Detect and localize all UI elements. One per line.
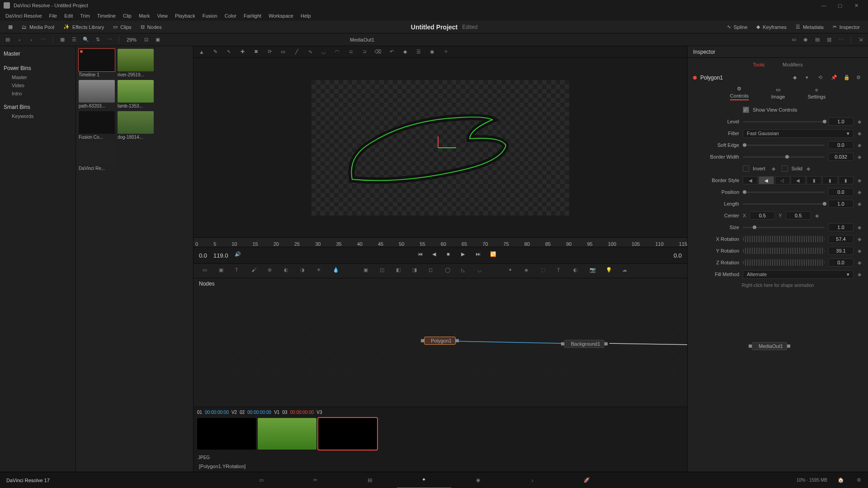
filter-icon[interactable]: ⋯ [105, 36, 113, 44]
xform-node-icon[interactable]: ◫ [380, 267, 388, 275]
cusp-icon[interactable]: ◠ [334, 48, 341, 56]
position-slider[interactable] [743, 192, 825, 193]
current-time[interactable]: 0.0 [199, 252, 207, 259]
pointer-icon[interactable]: ▲ [198, 48, 205, 56]
borderwidth-value[interactable]: 0.032 [828, 153, 854, 161]
size-value[interactable]: 1.0 [828, 223, 854, 231]
text3d-icon[interactable]: T [557, 267, 565, 275]
inspector-node-name[interactable]: Polygon1 [700, 75, 787, 81]
menu-clip[interactable]: Clip [119, 13, 135, 19]
level-slider[interactable] [743, 121, 825, 122]
borderstyle-buttons[interactable]: ◀◀◁◀▮▮▮ [743, 176, 854, 184]
render-node-icon[interactable]: ◈ [524, 267, 533, 275]
track-node-icon[interactable]: ⊕ [268, 267, 276, 275]
clip-lamb[interactable]: lamb-1353... [118, 80, 154, 108]
master-bin[interactable]: Master [4, 49, 72, 59]
xrotation-value[interactable]: 57.4 [828, 235, 854, 243]
mask-shape[interactable] [311, 80, 569, 216]
merge-node-icon[interactable]: ▣ [363, 267, 372, 275]
line-icon[interactable]: ╱ [293, 48, 300, 56]
timeline-clip-1[interactable] [197, 418, 256, 450]
camera-icon[interactable]: 📷 [590, 267, 598, 275]
reset-icon[interactable]: ⟲ [818, 75, 825, 81]
page-color[interactable]: ◉ [451, 472, 505, 488]
level-keyframe[interactable]: ◆ [857, 119, 862, 125]
mask-node-icon[interactable]: ◧ [396, 267, 404, 275]
menu-fusion[interactable]: Fusion [199, 13, 221, 19]
stop-icon[interactable]: ■ [447, 251, 455, 259]
clip-timeline1[interactable]: Timeline 1 [79, 49, 115, 77]
node-polygon1[interactable]: Polygon1 [424, 337, 456, 345]
bg-node-icon[interactable]: ▭ [203, 267, 211, 275]
menu-fairlight[interactable]: Fairlight [240, 13, 265, 19]
menu-help[interactable]: Help [297, 13, 315, 19]
timeline-clip-2[interactable] [258, 418, 316, 450]
cc-node-icon[interactable]: 💧 [333, 267, 341, 275]
page-deliver[interactable]: 🚀 [560, 472, 614, 488]
length-slider[interactable] [743, 203, 825, 205]
home-icon[interactable]: 🏠 [832, 472, 850, 488]
expand-icon[interactable]: ⇲ [856, 36, 864, 44]
node-mediaout1[interactable]: MediaOut1 [752, 342, 787, 350]
time-ruler[interactable]: 0510152025303540455055606570758085909510… [193, 237, 687, 247]
clip-dog[interactable]: dog-18014... [118, 111, 154, 140]
zrotation-value[interactable]: 0.0 [828, 258, 854, 267]
view-mode-icon[interactable]: ▭ [790, 36, 798, 44]
clip-fusion[interactable]: Fusion Co... [79, 111, 115, 140]
page-media[interactable]: ▭ [234, 472, 288, 488]
pen-icon[interactable]: ✎ [212, 48, 219, 56]
size-slider[interactable] [743, 227, 825, 228]
menu-workspace[interactable]: Workspace [265, 13, 297, 19]
yrotation-value[interactable]: 39.1 [828, 247, 854, 255]
back-icon[interactable]: ‹ [15, 36, 24, 44]
node-background1[interactable]: Background1 [564, 340, 604, 348]
softedge-value[interactable]: 0.0 [828, 141, 854, 149]
menu-davinci[interactable]: DaVinci Resolve [2, 13, 46, 19]
borderwidth-keyframe[interactable]: ◆ [857, 154, 862, 160]
last-frame-icon[interactable]: ⏭ [476, 251, 484, 259]
clip-river[interactable]: river-29519... [118, 49, 154, 77]
right-time[interactable]: 0.0 [674, 252, 682, 259]
undo-icon[interactable]: ↶ [388, 48, 395, 56]
page-cut[interactable]: ✂ [288, 472, 343, 488]
fillmethod-dropdown[interactable]: Alternate▾ [743, 270, 854, 279]
effects-button[interactable]: ✨Effects Library [59, 21, 108, 33]
menu-mark[interactable]: Mark [135, 13, 153, 19]
power-bins-header[interactable]: Power Bins [4, 63, 72, 73]
clips-button[interactable]: ▭Clips [108, 21, 136, 33]
bspline-mask-icon[interactable]: ◡ [477, 267, 486, 275]
tab-modifiers[interactable]: Modifiers [783, 62, 803, 67]
light-icon[interactable]: 💡 [606, 267, 614, 275]
key-icon[interactable]: ◆ [401, 48, 409, 56]
insert-icon[interactable]: ✚ [239, 48, 246, 56]
shape3d-icon[interactable]: ◐ [573, 267, 581, 275]
showview-checkbox[interactable]: ✓ [743, 107, 749, 113]
invert-checkbox[interactable] [743, 165, 749, 172]
nodes-graph[interactable]: Polygon1 Background1 MediaOut1 [193, 289, 687, 407]
bright-node-icon[interactable]: ☀ [316, 267, 325, 275]
loop-icon[interactable]: 🔁 [490, 251, 498, 259]
pin-icon[interactable]: 📌 [831, 75, 837, 81]
smart-bins-header[interactable]: Smart Bins [4, 102, 72, 112]
grid-view-icon[interactable]: ▦ [58, 36, 66, 44]
onion-icon[interactable]: ☰ [415, 48, 422, 56]
softedge-slider[interactable] [743, 145, 825, 146]
del-icon[interactable]: ⌫ [374, 48, 382, 56]
minimize-button[interactable]: — [816, 1, 832, 10]
menu-edit[interactable]: Edit [61, 13, 76, 19]
borderwidth-slider[interactable] [743, 156, 825, 158]
dual-icon[interactable]: ▥ [825, 36, 833, 44]
position-value[interactable]: 0.0 [828, 188, 854, 196]
menu-color[interactable]: Color [221, 13, 240, 19]
roto-icon[interactable]: ◉ [429, 48, 436, 56]
search-icon[interactable]: 🔍 [82, 36, 90, 44]
tab-tools[interactable]: Tools [753, 62, 764, 67]
blur-node-icon[interactable]: ◐ [284, 267, 292, 275]
spline-button[interactable]: ∿Spline [722, 21, 752, 33]
lock-icon[interactable]: 🔒 [844, 75, 850, 81]
timeline-clip-3[interactable] [318, 418, 377, 450]
zoom-level[interactable]: 29% [125, 37, 138, 42]
prefs-icon[interactable]: ⚙ [850, 472, 868, 488]
close-icon[interactable]: ⊃ [361, 48, 368, 56]
xrotation-wheel[interactable] [743, 236, 825, 242]
